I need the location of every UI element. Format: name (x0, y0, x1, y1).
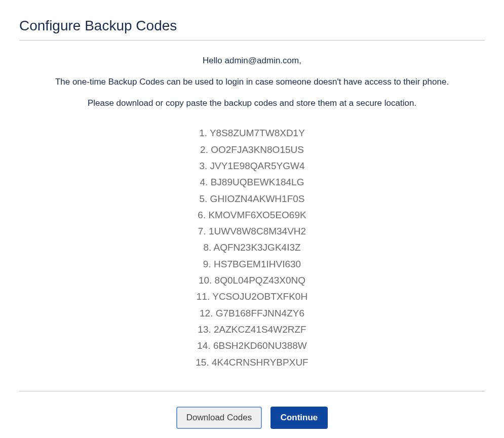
backup-codes-list: 1. Y8S8ZUM7TW8XD1Y2. OO2FJA3KN8O15US3. J… (19, 125, 485, 370)
backup-code-item: 7. 1UWV8W8C8M34VH2 (19, 223, 485, 240)
page-title: Configure Backup Codes (19, 18, 485, 34)
backup-code-item: 5. GHIOZN4AKWH1F0S (19, 191, 485, 207)
backup-code-item: 4. BJ89UQBEWK184LG (19, 174, 485, 190)
backup-code-item: 3. JVY1E98QAR5YGW4 (19, 158, 485, 174)
backup-code-item: 11. YCSOJU2OBTXFK0H (19, 289, 485, 305)
backup-code-item: 2. OO2FJA3KN8O15US (19, 142, 485, 158)
title-divider (19, 40, 485, 41)
backup-code-item: 14. 6BSH2KD60NU388W (19, 338, 485, 354)
backup-code-item: 12. G7B168FFJNN4ZY6 (19, 305, 485, 322)
description-text-2: Please download or copy paste the backup… (19, 97, 485, 109)
bottom-divider (19, 391, 485, 391)
backup-code-item: 13. 2AZKCZ41S4W2RZF (19, 322, 485, 338)
backup-code-item: 15. 4K4CRNSHRYBPXUF (19, 354, 485, 371)
download-codes-button[interactable]: Download Codes (176, 407, 262, 429)
greeting-text: Hello admin@admin.com, (19, 55, 485, 67)
continue-button[interactable]: Continue (270, 407, 328, 429)
backup-code-item: 10. 8Q0L04PQZ43X0NQ (19, 272, 485, 289)
button-row: Download Codes Continue (19, 407, 485, 429)
description-text-1: The one-time Backup Codes can be used to… (19, 76, 485, 88)
backup-code-item: 9. HS7BGEM1IHVI630 (19, 256, 485, 272)
backup-code-item: 8. AQFN23K3JGK4I3Z (19, 240, 485, 256)
backup-code-item: 6. KMOVMF6XO5EO69K (19, 207, 485, 223)
intro-section: Hello admin@admin.com, The one-time Back… (19, 55, 485, 109)
backup-code-item: 1. Y8S8ZUM7TW8XD1Y (19, 125, 485, 141)
